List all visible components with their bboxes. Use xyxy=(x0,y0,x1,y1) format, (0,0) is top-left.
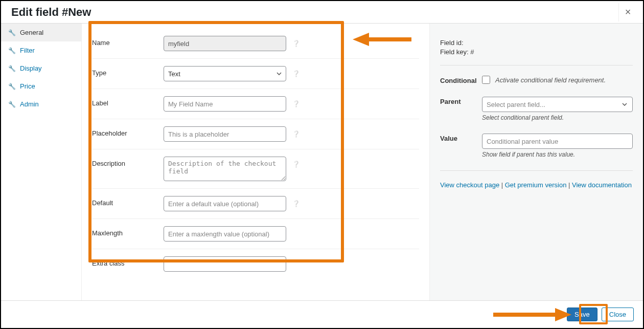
maxlength-label: Maxlength xyxy=(92,226,164,237)
help-icon[interactable]: ❔ xyxy=(292,130,300,138)
save-button[interactable]: Save xyxy=(567,308,597,321)
maxlength-input[interactable] xyxy=(164,226,286,242)
link-premium[interactable]: Get premium version xyxy=(505,181,567,189)
value-input[interactable] xyxy=(482,134,633,149)
name-input[interactable] xyxy=(164,36,286,51)
wrench-icon: 🔧 xyxy=(8,101,16,108)
default-input[interactable] xyxy=(164,196,286,211)
sidebar-item-label: General xyxy=(20,29,43,36)
close-button[interactable]: Close xyxy=(602,308,634,321)
link-checkout[interactable]: View checkout page xyxy=(440,181,499,189)
description-label: Description xyxy=(92,157,164,167)
placeholder-label: Placeholder xyxy=(92,126,164,137)
parent-helper: Select conditional parent field. xyxy=(482,114,633,121)
wrench-icon: 🔧 xyxy=(8,47,16,54)
sidebar-item-label: Price xyxy=(20,82,35,90)
sidebar-item-price[interactable]: 🔧 Price xyxy=(1,77,81,95)
help-icon[interactable]: ❔ xyxy=(292,161,300,168)
sidebar-item-admin[interactable]: 🔧 Admin xyxy=(1,95,81,113)
modal-title: Edit field #New xyxy=(11,6,91,19)
help-icon[interactable]: ❔ xyxy=(292,100,300,107)
sidebar-item-general[interactable]: 🔧 General xyxy=(1,24,81,41)
sidebar: 🔧 General 🔧 Filter 🔧 Display 🔧 Price 🔧 A… xyxy=(1,24,82,300)
name-label: Name xyxy=(92,36,164,47)
conditional-text: Activate conditional field requirement. xyxy=(495,76,606,84)
wrench-icon: 🔧 xyxy=(8,29,16,36)
sidebar-item-filter[interactable]: 🔧 Filter xyxy=(1,41,81,59)
sidebar-item-label: Filter xyxy=(20,47,35,54)
type-label: Type xyxy=(92,66,164,77)
type-select[interactable]: Text xyxy=(164,66,286,81)
link-sep: | xyxy=(501,181,505,189)
sidebar-item-display[interactable]: 🔧 Display xyxy=(1,59,81,77)
help-icon[interactable]: ❔ xyxy=(292,40,300,47)
value-helper: Show field if parent has this value. xyxy=(482,151,633,158)
link-docs[interactable]: View documentation xyxy=(572,181,632,189)
conditional-label: Conditional xyxy=(440,76,482,84)
close-icon[interactable]: × xyxy=(618,3,637,21)
default-label: Default xyxy=(92,196,164,207)
wrench-icon: 🔧 xyxy=(8,65,16,72)
conditional-checkbox[interactable] xyxy=(482,76,490,84)
sidebar-item-label: Display xyxy=(20,64,42,72)
parent-select[interactable]: Select parent field... xyxy=(482,97,633,112)
wrench-icon: 🔧 xyxy=(8,83,16,90)
sidebar-item-label: Admin xyxy=(20,100,39,108)
help-icon[interactable]: ❔ xyxy=(292,200,300,207)
help-icon[interactable]: ❔ xyxy=(292,70,300,77)
extraclass-label: Extra class xyxy=(92,256,164,267)
placeholder-input[interactable] xyxy=(164,126,286,142)
divider xyxy=(440,170,633,171)
value-label: Value xyxy=(440,134,482,142)
divider xyxy=(440,65,633,65)
field-id-label: Field id: xyxy=(440,39,633,47)
description-textarea[interactable] xyxy=(164,157,286,181)
link-sep: | xyxy=(568,181,572,189)
label-label: Label xyxy=(92,96,164,107)
parent-label: Parent xyxy=(440,97,482,105)
right-panel: Field id: Field key: # Conditional Activ… xyxy=(429,24,643,300)
label-input[interactable] xyxy=(164,96,286,112)
general-form: Name ❔ Type Text ❔ Label ❔ Placeholder ❔ xyxy=(82,24,429,300)
field-key-label: Field key: # xyxy=(440,48,633,56)
extraclass-input[interactable] xyxy=(164,256,286,272)
